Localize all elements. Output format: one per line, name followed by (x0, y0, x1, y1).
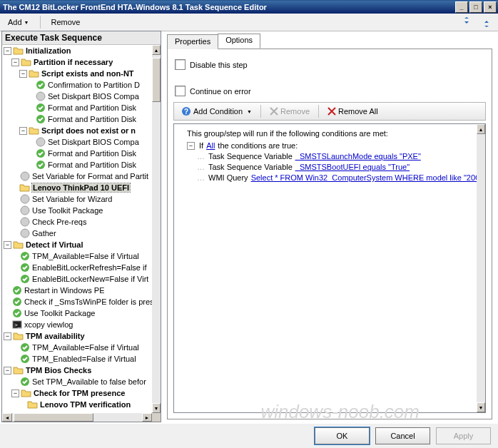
tree-item-label: Script does not exist or n (41, 126, 136, 135)
cancel-button[interactable]: Cancel (375, 427, 430, 444)
tree-item-label: Set Variable for Format and Partit (32, 172, 148, 180)
collapse-icon[interactable]: − (4, 332, 11, 340)
maximize-button[interactable]: □ (469, 1, 482, 13)
collapse-icon[interactable]: − (4, 367, 11, 375)
tree-item[interactable]: Use Toolkit Package (2, 205, 152, 216)
tree-item-label: Use Toolkit Package (32, 206, 103, 215)
tab-properties[interactable]: Properties (167, 34, 218, 49)
check-icon (19, 376, 31, 387)
horizontal-scrollbar[interactable]: ◄ ► (2, 413, 152, 422)
condition-value-link[interactable]: Select * FROM Win32_ComputerSystem WHERE… (251, 173, 486, 183)
condition-value-link[interactable]: _SMSTSLaunchMode equals "PXE" (295, 151, 421, 162)
tree-item[interactable]: −Script does not exist or n (2, 125, 152, 136)
tree-item[interactable]: Format and Partition Disk (2, 113, 152, 125)
remove-condition-button[interactable]: Remove (265, 106, 314, 117)
move-up-icon[interactable] (458, 14, 475, 30)
collapse-icon[interactable]: − (19, 127, 27, 135)
tree-item[interactable]: Format and Partition Disk (2, 148, 152, 159)
tree-item-label: EnableBitLockerNew=False if Virt (32, 275, 148, 283)
tree-item[interactable]: Set Diskpart BIOS Compa (2, 136, 152, 148)
check-icon (35, 159, 46, 170)
tree-item[interactable]: −Initialization (2, 45, 152, 56)
condition-if-all[interactable]: − If All the conditions are true: (187, 141, 482, 151)
add-condition-button[interactable]: ? Add Condition ▼ (177, 105, 256, 118)
tree-item[interactable]: Set Diskpart BIOS Compa (2, 91, 152, 102)
vertical-scrollbar[interactable]: ▲ ▼ (152, 45, 161, 413)
collapse-icon[interactable]: − (19, 70, 27, 78)
condition-value-link[interactable]: _SMSTSBootUEFI equals "True" (295, 162, 410, 173)
tree-item[interactable]: Set Variable for Wizard (2, 193, 152, 205)
tree-item[interactable]: Restart in Windows PE (2, 285, 152, 296)
disable-step-checkbox[interactable] (175, 59, 186, 70)
tree-item[interactable]: −Check for TPM presence (2, 387, 152, 399)
condition-item[interactable]: …Task Sequence Variable _SMSTSBootUEFI e… (187, 162, 482, 173)
tree-item[interactable]: −Partition if necessary (2, 56, 152, 68)
collapse-icon[interactable]: − (4, 241, 11, 249)
scroll-up-icon[interactable]: ▲ (152, 45, 161, 55)
tree-item[interactable]: Format and Partition Disk (2, 159, 152, 170)
tree-item[interactable]: Lenovo ThinkPad 10 UEFI (2, 182, 152, 193)
disable-step-row: Disable this step (175, 59, 486, 70)
tree-item[interactable]: −Script exists and non-NT (2, 68, 152, 79)
tree-item[interactable]: TPM_Available=False if Virtual (2, 342, 152, 353)
check-icon (11, 285, 23, 296)
tree-item-label: Set Variable for Wizard (32, 195, 112, 203)
continue-error-checkbox[interactable] (175, 86, 186, 96)
tree-item[interactable]: TPM_Enabled=False if Virtual (2, 353, 152, 365)
tree-item[interactable]: −Detect if Virtual (2, 239, 152, 250)
tree-item[interactable]: Confirmation to Partition D (2, 79, 152, 91)
tree-item[interactable]: Check Pre-reqs (2, 216, 152, 228)
tree-item[interactable]: Use Toolkit Package (2, 307, 152, 319)
close-button[interactable]: × (484, 1, 497, 13)
tree-item[interactable]: Set TPM_Available to false befor (2, 376, 152, 387)
collapse-icon[interactable]: − (4, 47, 11, 55)
conditions-scrollbar[interactable]: ▲ ▼ (477, 124, 485, 412)
collapse-icon[interactable]: − (11, 390, 19, 397)
tree-item-label: Format and Partition Disk (48, 115, 136, 123)
tree-item[interactable]: Lenovo TPM verification (2, 399, 152, 410)
tree-item[interactable]: Check if _SmsTsWinPE folder is pres (2, 296, 152, 307)
condition-item[interactable]: …WMI Query Select * FROM Win32_ComputerS… (187, 173, 482, 183)
add-button-label: Add (8, 18, 22, 26)
add-button[interactable]: Add ▼ (3, 16, 34, 28)
tree-item[interactable]: −TPM Bios Checks (2, 365, 152, 376)
scroll-down-icon[interactable]: ▼ (477, 402, 485, 412)
scroll-up-icon[interactable]: ▲ (477, 124, 485, 134)
tree-item-label: Restart in Windows PE (24, 286, 104, 295)
tree-item[interactable]: EnableBitLockerNew=False if Virt (2, 273, 152, 285)
check-icon (35, 79, 46, 91)
condition-operator-link[interactable]: All (206, 141, 215, 151)
tree-item[interactable]: Format and Partition Disk (2, 102, 152, 113)
conditions-intro: This group/step will run if the followin… (187, 128, 482, 139)
tree-item[interactable]: EnableBitLockerRefresh=False if (2, 262, 152, 273)
tree-item[interactable]: −TPM availability (2, 330, 152, 342)
tree-item[interactable]: Gather (2, 228, 152, 239)
tab-options[interactable]: Options (218, 34, 260, 49)
tree-item[interactable]: TPM_Available=False if Virtual (2, 250, 152, 262)
tree-item[interactable]: >_xcopy viewlog (2, 319, 152, 330)
folder-open-icon (13, 45, 24, 56)
scroll-down-icon[interactable]: ▼ (152, 403, 161, 413)
condition-item[interactable]: …Task Sequence Variable _SMSTSLaunchMode… (187, 151, 482, 162)
separator (318, 105, 319, 118)
ok-button[interactable]: OK (315, 427, 370, 444)
tree-item-label: Script exists and non-NT (41, 69, 134, 78)
tab-content-options: Disable this step Continue on error ? Ad… (167, 49, 492, 419)
collapse-icon[interactable]: − (187, 142, 195, 150)
remove-all-button[interactable]: Remove All (323, 106, 382, 117)
check-icon (35, 113, 46, 125)
collapse-icon[interactable]: − (11, 58, 19, 66)
tree-item[interactable]: Set Variable for Format and Partit (2, 170, 152, 182)
check-icon (19, 353, 31, 365)
tree-view[interactable]: −Initialization−Partition if necessary−S… (2, 45, 152, 413)
minimize-button[interactable]: _ (455, 1, 468, 13)
scroll-right-icon[interactable]: ► (142, 413, 152, 422)
move-down-icon[interactable] (478, 14, 495, 30)
check-icon (35, 148, 46, 159)
scroll-left-icon[interactable]: ◄ (2, 413, 12, 422)
apply-button[interactable]: Apply (436, 427, 491, 444)
remove-button[interactable]: Remove (46, 16, 86, 28)
tree-header[interactable]: Execute Task Sequence (2, 31, 161, 45)
title-bar: The CM12 BitLocker FrontEnd HTA-Windows … (0, 0, 498, 14)
continue-error-label: Continue on error (190, 87, 251, 96)
